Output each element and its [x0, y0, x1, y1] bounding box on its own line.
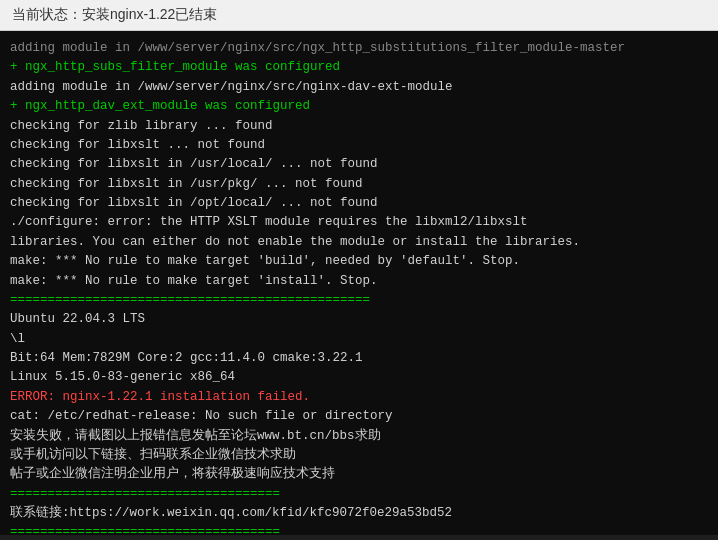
terminal-line: Bit:64 Mem:7829M Core:2 gcc:11.4.0 cmake… [10, 349, 708, 368]
terminal-line: ==================================== [10, 485, 708, 504]
terminal-line: make: *** No rule to make target 'build'… [10, 252, 708, 271]
title-bar: 当前状态：安装nginx-1.22已结束 [0, 0, 718, 31]
terminal-line: checking for libxslt in /usr/local/ ... … [10, 155, 708, 174]
terminal-line: + ngx_http_dav_ext_module was configured [10, 97, 708, 116]
terminal-line: Linux 5.15.0-83-generic x86_64 [10, 368, 708, 387]
terminal-line: libraries. You can either do not enable … [10, 233, 708, 252]
terminal-line: 联系链接:https://work.weixin.qq.com/kfid/kfc… [10, 504, 708, 523]
terminal-line: adding module in /www/server/nginx/src/n… [10, 78, 708, 97]
terminal-line: checking for zlib library ... found [10, 117, 708, 136]
terminal-line: ./configure: error: the HTTP XSLT module… [10, 213, 708, 232]
terminal-line: checking for libxslt in /opt/local/ ... … [10, 194, 708, 213]
terminal-line: + ngx_http_subs_filter_module was config… [10, 58, 708, 77]
terminal-line: checking for libxslt in /usr/pkg/ ... no… [10, 175, 708, 194]
title-text: 当前状态：安装nginx-1.22已结束 [12, 6, 217, 24]
terminal-line: cat: /etc/redhat-release: No such file o… [10, 407, 708, 426]
terminal-output: adding module in /www/server/nginx/src/n… [0, 31, 718, 535]
terminal-line: ERROR: nginx-1.22.1 installation failed. [10, 388, 708, 407]
terminal-line: 或手机访问以下链接、扫码联系企业微信技术求助 [10, 446, 708, 465]
terminal-line: 帖子或企业微信注明企业用户，将获得极速响应技术支持 [10, 465, 708, 484]
terminal-line: ========================================… [10, 291, 708, 310]
terminal-line: ==================================== [10, 523, 708, 535]
terminal-line: 安装失败，请截图以上报错信息发帖至论坛www.bt.cn/bbs求助 [10, 427, 708, 446]
terminal-line: \l [10, 330, 708, 349]
terminal-line: make: *** No rule to make target 'instal… [10, 272, 708, 291]
terminal-line: checking for libxslt ... not found [10, 136, 708, 155]
terminal-line: adding module in /www/server/nginx/src/n… [10, 39, 708, 58]
terminal-line: Ubuntu 22.04.3 LTS [10, 310, 708, 329]
